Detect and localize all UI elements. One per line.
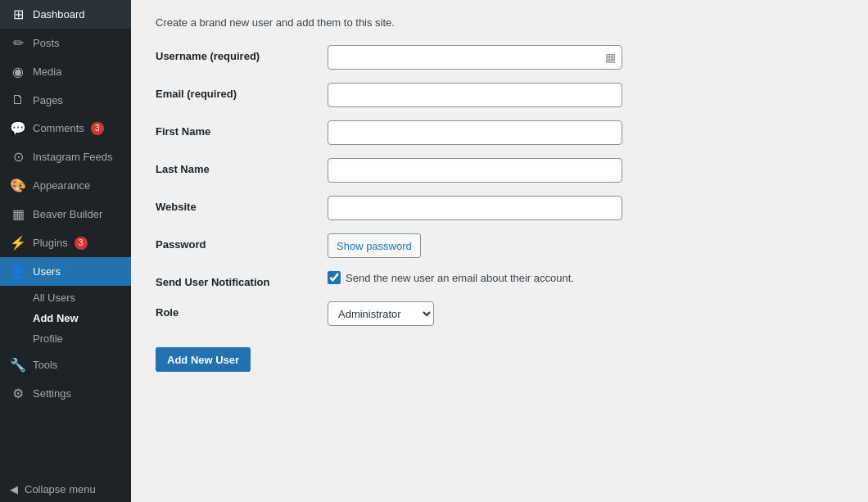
collapse-icon: ◀ [10,483,18,495]
submenu-all-users[interactable]: All Users [0,287,131,308]
sidebar-label-media: Media [33,66,61,78]
role-label: Role [156,301,328,319]
sidebar-item-tools[interactable]: 🔧 Tools [0,350,131,379]
sidebar-item-pages[interactable]: 🗋 Pages [0,86,131,114]
website-row: Website [156,196,843,220]
firstname-input[interactable] [328,120,622,145]
sidebar-label-appearance: Appearance [33,179,90,192]
role-select[interactable]: Administrator Editor Author Contributor … [328,301,434,326]
notification-checkbox[interactable] [328,271,341,284]
sidebar-label-beaver: Beaver Builder [33,208,102,220]
sidebar-item-beaver[interactable]: ▦ Beaver Builder [0,200,131,228]
collapse-label: Collapse menu [25,483,96,495]
collapse-menu[interactable]: ◀ Collapse menu [0,477,131,502]
email-label: Email (required) [156,83,328,100]
lastname-row: Last Name [156,158,843,183]
website-label: Website [156,196,328,213]
password-label: Password [156,233,328,251]
lastname-field-wrapper [328,158,843,183]
role-field-wrapper: Administrator Editor Author Contributor … [328,301,843,326]
notification-row: Send User Notification Send the new user… [156,271,843,288]
role-row: Role Administrator Editor Author Contrib… [156,301,843,326]
username-input[interactable] [328,45,622,70]
sidebar-item-comments[interactable]: 💬 Comments 3 [0,114,131,142]
notification-field-wrapper: Send the new user an email about their a… [328,271,843,284]
username-field: ▦ [328,45,843,70]
page-description: Create a brand new user and add them to … [156,16,843,29]
sidebar-item-plugins[interactable]: ⚡ Plugins 3 [0,228,131,257]
sidebar-label-plugins: Plugins [33,237,68,249]
firstname-row: First Name [156,120,843,145]
email-input[interactable] [328,83,622,107]
lastname-label: Last Name [156,158,328,175]
notification-text: Send the new user an email about their a… [346,272,574,284]
firstname-label: First Name [156,120,328,138]
sidebar-item-appearance[interactable]: 🎨 Appearance [0,171,131,200]
media-icon: ◉ [10,64,26,79]
beaver-icon: ▦ [10,206,26,222]
sidebar-item-posts[interactable]: ✏ Posts [0,29,131,57]
sidebar-item-dashboard[interactable]: ⊞ Dashboard [0,0,131,29]
users-submenu: All Users Add New Profile [0,286,131,350]
username-generate-icon: ▦ [605,51,616,64]
notification-checkbox-row: Send the new user an email about their a… [328,271,843,284]
submit-row: Add New User [156,339,843,372]
username-label: Username (required) [156,45,328,62]
sidebar-item-media[interactable]: ◉ Media [0,57,131,86]
lastname-input[interactable] [328,158,622,183]
sidebar-item-instagram[interactable]: ⊙ Instagram Feeds [0,142,131,171]
email-field-wrapper [328,83,843,107]
dashboard-icon: ⊞ [10,7,26,22]
email-row: Email (required) [156,83,843,107]
website-field-wrapper [328,196,843,220]
posts-icon: ✏ [10,35,26,51]
sidebar-label-users: Users [33,265,61,278]
plugins-icon: ⚡ [10,235,26,251]
sidebar-label-comments: Comments [33,122,84,134]
submenu-add-new[interactable]: Add New [0,308,131,328]
notification-label: Send User Notification [156,271,328,288]
sidebar-label-settings: Settings [33,387,71,400]
pages-icon: 🗋 [10,93,26,107]
plugins-badge: 3 [75,237,88,250]
firstname-field-wrapper [328,120,843,145]
tools-icon: 🔧 [10,357,26,373]
sidebar-label-dashboard: Dashboard [33,8,85,20]
sidebar-item-settings[interactable]: ⚙ Settings [0,379,131,408]
comments-badge: 3 [91,122,104,135]
website-input[interactable] [328,196,622,220]
comments-icon: 💬 [10,120,26,136]
username-row: Username (required) ▦ [156,45,843,70]
settings-icon: ⚙ [10,386,26,401]
sidebar-label-tools: Tools [33,359,57,371]
sidebar-item-users[interactable]: 👤 Users [0,257,131,286]
add-new-user-button[interactable]: Add New User [156,347,251,372]
sidebar: ⊞ Dashboard ✏ Posts ◉ Media 🗋 Pages 💬 Co… [0,0,131,502]
appearance-icon: 🎨 [10,178,26,193]
username-wrapper: ▦ [328,45,622,70]
show-password-button[interactable]: Show password [328,233,421,258]
main-content: Create a brand new user and add them to … [131,0,868,502]
password-row: Password Show password [156,233,843,258]
instagram-icon: ⊙ [10,149,26,165]
password-field-wrapper: Show password [328,233,843,258]
sidebar-label-posts: Posts [33,37,60,49]
users-icon: 👤 [10,264,26,279]
sidebar-label-instagram: Instagram Feeds [33,151,113,163]
submenu-profile[interactable]: Profile [0,328,131,349]
sidebar-label-pages: Pages [33,94,63,106]
